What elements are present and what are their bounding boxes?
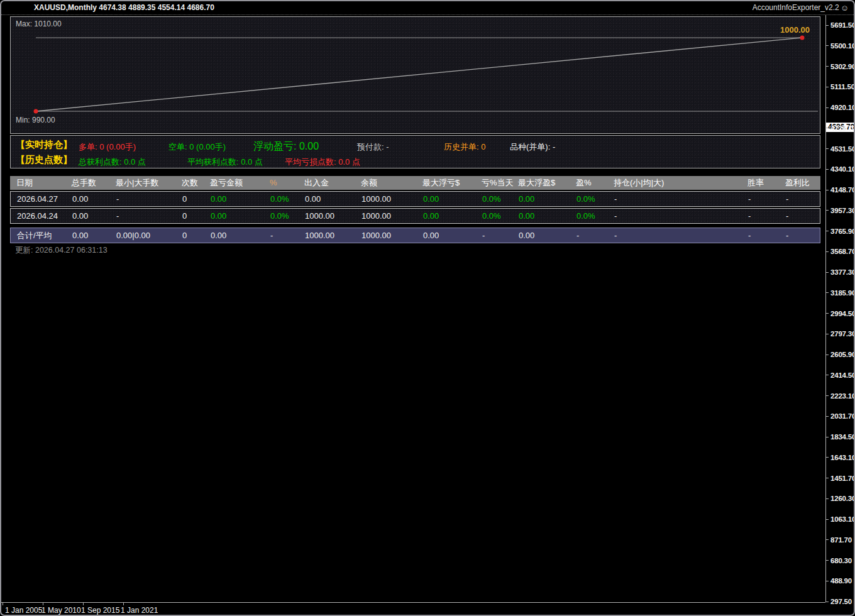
price-tick-label: 2797.30 — [830, 330, 855, 338]
tick-mark — [826, 355, 829, 355]
time-tick-label: 1 Jan 2021 — [121, 606, 158, 615]
tick-mark — [826, 457, 829, 458]
indicator-label: AccountInfoExporter_v2.2 ☺ — [753, 1, 849, 14]
price-tick-label: 5111.50 — [830, 83, 855, 91]
table-cell: 0.0% — [575, 192, 613, 206]
table-cell: 盈亏金额 — [209, 176, 268, 190]
table-cell: - — [613, 228, 747, 243]
tick-mark — [826, 519, 829, 520]
tick-mark — [826, 581, 829, 581]
table-cell: - — [747, 192, 785, 206]
price-tick: 2994.50 — [826, 310, 855, 317]
table-cell: - — [785, 209, 820, 223]
price-tick: 680.30 — [826, 557, 852, 564]
table-row: 2026.04.270.00-00.000.0%0.001000.000.000… — [10, 191, 820, 207]
price-tick: 297.50 — [826, 598, 852, 605]
price-tick: 5691.50 — [826, 21, 855, 29]
table-cell: 0.0% — [575, 209, 613, 223]
table-cell: 亏%当天 — [480, 176, 517, 190]
time-tick-mark — [123, 603, 124, 605]
table-cell: 2026.04.24 — [16, 209, 71, 223]
table-cell: 1000.00 — [360, 228, 422, 243]
tick-mark — [826, 231, 829, 231]
table-cell: - — [269, 228, 304, 243]
tick-mark — [826, 498, 829, 499]
history-points-title: 【历史点数】 — [16, 154, 72, 166]
price-tick-label: 5691.50 — [830, 21, 855, 29]
table-cell: 0.00 — [71, 192, 115, 206]
indicator-name: AccountInfoExporter_v2.2 — [753, 1, 839, 14]
table-cell: - — [747, 228, 785, 243]
price-tick-label: 3957.30 — [830, 207, 855, 214]
time-tick-label: 1 Sep 2015 — [81, 606, 119, 615]
table-cell: - — [115, 192, 181, 206]
price-tick-label: 3568.70 — [830, 248, 855, 255]
price-tick-label: 1063.10 — [830, 515, 855, 523]
table-cell: 1000.00 — [304, 209, 360, 223]
margin-label: 预付款: - — [357, 141, 389, 153]
price-tick-label: 5302.90 — [830, 63, 855, 70]
avg-profit-points-label: 平均获利点数: 0.0 点 — [187, 157, 263, 168]
chart-title-bar: XAUUSD,Monthly 4674.38 4889.35 4554.14 4… — [1, 1, 854, 15]
price-tick-label: 4531.50 — [830, 145, 855, 153]
tick-mark — [826, 45, 829, 46]
price-tick-label: 2031.70 — [830, 412, 855, 420]
table-cell: 0.00 — [71, 228, 115, 243]
table-cell: - — [785, 228, 820, 243]
tick-mark — [826, 539, 829, 540]
account-info-panel: 【实时持仓】 多单: 0 (0.00手) 空单: 0 (0.00手) 浮动盈亏:… — [10, 135, 820, 168]
symbol-ohlc-label: XAUUSD,Monthly 4674.38 4889.35 4554.14 4… — [34, 1, 214, 14]
table-cell: 最大浮亏$ — [421, 176, 480, 190]
price-tick-label: 488.90 — [830, 577, 852, 585]
time-tick-label: 1 Jan 2005 — [5, 606, 42, 615]
price-tick-label: 1834.50 — [830, 433, 855, 441]
price-tick: 2797.30 — [826, 330, 855, 338]
long-orders-label: 多单: 0 (0.00手) — [79, 141, 136, 153]
table-cell: 0.0% — [481, 209, 517, 223]
price-scale[interactable]: 4686.70 5691.505500.105302.905111.504920… — [825, 15, 855, 602]
price-tick-label: 3185.90 — [830, 289, 855, 297]
tick-mark — [826, 87, 829, 87]
terminal-window: XAUUSD,Monthly 4674.38 4889.35 4554.14 4… — [0, 0, 855, 616]
table-cell: 最小|大手数 — [114, 176, 180, 190]
tick-mark — [826, 560, 829, 561]
table-cell: 0.00 — [422, 228, 481, 243]
price-tick: 5500.10 — [826, 42, 855, 50]
table-cell: 出入金 — [303, 176, 360, 190]
price-tick-label: 871.70 — [830, 536, 852, 544]
table-cell: 0.00 — [517, 209, 575, 223]
table-cell: 0.00 — [71, 209, 115, 223]
table-cell: 0.00 — [209, 192, 269, 206]
table-cell: 总手数 — [70, 176, 114, 190]
tick-mark — [826, 25, 829, 26]
table-cell: 0 — [181, 209, 209, 223]
price-tick-label: 2223.10 — [830, 392, 855, 400]
table-cell: 合计/平均 — [16, 228, 71, 243]
equity-curve-chart — [11, 17, 820, 133]
price-tick: 4340.10 — [826, 165, 855, 173]
price-tick: 1063.10 — [826, 515, 855, 523]
table-row: 2026.04.240.00-00.000.0%1000.001000.000.… — [10, 208, 820, 224]
table-cell: 0.0% — [481, 192, 517, 206]
price-tick: 3765.90 — [826, 228, 855, 235]
equity-min-label: Min: 990.00 — [16, 116, 55, 124]
avg-loss-points-label: 平均亏损点数: 0.0 点 — [285, 157, 360, 168]
table-cell: 0.0% — [269, 209, 304, 223]
price-tick-label: 4340.10 — [830, 165, 855, 173]
equity-curve-panel: Max: 1010.00 Min: 990.00 1000.00 — [10, 16, 820, 134]
price-tick: 2031.70 — [826, 412, 855, 420]
table-cell: 盈% — [575, 176, 612, 190]
price-tick: 4920.10 — [826, 104, 855, 111]
smiley-icon: ☺ — [841, 1, 849, 14]
price-tick-label: 5500.10 — [830, 42, 855, 50]
tick-mark — [826, 148, 829, 149]
tick-mark — [826, 375, 829, 375]
table-cell: - — [613, 209, 747, 223]
chart-area[interactable]: Max: 1010.00 Min: 990.00 1000.00 【实时持仓】 … — [1, 15, 825, 602]
table-cell: 盈利比 — [784, 176, 820, 190]
tick-mark — [826, 128, 829, 128]
price-tick: 3957.30 — [826, 207, 855, 214]
realtime-positions-title: 【实时持仓】 — [16, 139, 72, 151]
price-tick-label: 1451.70 — [830, 475, 855, 482]
time-axis[interactable]: 1 Jan 20051 May 20101 Sep 20151 Jan 2021 — [1, 602, 825, 616]
